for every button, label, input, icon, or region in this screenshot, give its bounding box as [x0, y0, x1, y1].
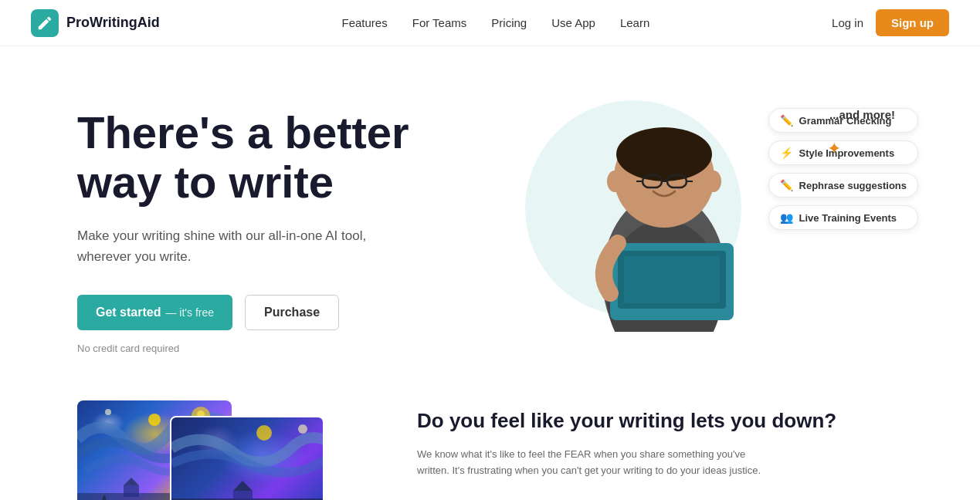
logo[interactable]: ProWritingAid	[31, 9, 160, 37]
nav-links: Features For Teams Pricing Use App Learn	[342, 16, 650, 29]
sparkle-icon: ✦	[827, 139, 841, 159]
section-title: Do you feel like your writing lets you d…	[417, 408, 903, 434]
svg-marker-20	[124, 478, 139, 485]
hero-subtitle: Make your writing shine with our all-in-…	[77, 225, 402, 267]
no-credit-text: No credit card required	[77, 343, 479, 354]
logo-text: ProWritingAid	[66, 15, 160, 31]
purchase-button[interactable]: Purchase	[245, 295, 339, 330]
nav-actions: Log in Sign up	[832, 9, 949, 36]
svg-point-16	[105, 409, 111, 415]
bottom-left-images: My idea in my head	[77, 400, 355, 500]
navbar: ProWritingAid Features For Teams Pricing…	[0, 0, 980, 46]
svg-point-3	[616, 127, 712, 181]
and-more-label: ...and more!	[829, 108, 895, 121]
grammar-icon: ✏️	[780, 114, 793, 127]
svg-rect-19	[124, 485, 139, 497]
svg-rect-24	[233, 491, 253, 500]
van-gogh-container: My idea in my head	[77, 400, 340, 500]
feature-badges: ...and more! ✏️ Grammar Checking ⚡ Style…	[768, 108, 918, 230]
badge-training: 👥 Live Training Events	[768, 205, 918, 230]
hero-buttons: Get started — it's free Purchase	[77, 295, 479, 330]
login-button[interactable]: Log in	[832, 16, 863, 29]
hero-svg-illustration	[510, 93, 803, 332]
hero-content: There's a better way to write Make your …	[77, 93, 479, 354]
svg-point-10	[706, 171, 721, 192]
signup-button[interactable]: Sign up	[876, 9, 949, 36]
svg-point-22	[298, 424, 307, 434]
nav-pricing[interactable]: Pricing	[491, 16, 527, 29]
nav-use-app[interactable]: Use App	[551, 16, 595, 29]
bottom-right-content: Do you feel like your writing lets you d…	[417, 400, 903, 478]
hero-title: There's a better way to write	[77, 108, 479, 207]
badge-style: ⚡ Style Improvements	[768, 140, 918, 165]
svg-point-14	[148, 414, 161, 426]
nav-learn[interactable]: Learn	[620, 16, 649, 29]
style-icon: ⚡	[780, 147, 793, 159]
bottom-section: My idea in my head Do you feel like your…	[0, 385, 980, 500]
rephrase-icon: ✏️	[780, 179, 793, 191]
logo-icon	[31, 9, 59, 37]
nav-features[interactable]: Features	[342, 16, 388, 29]
hero-illustration: ...and more! ✏️ Grammar Checking ⚡ Style…	[479, 85, 903, 332]
van-gogh-overlay	[170, 416, 324, 500]
svg-point-9	[607, 171, 622, 192]
svg-rect-13	[624, 256, 720, 303]
logo-svg	[36, 15, 53, 32]
training-icon: 👥	[780, 211, 793, 224]
nav-for-teams[interactable]: For Teams	[412, 16, 467, 29]
svg-point-21	[256, 425, 272, 441]
svg-marker-25	[233, 481, 253, 491]
badge-rephrase: ✏️ Rephrase suggestions	[768, 173, 918, 198]
get-started-button[interactable]: Get started — it's free	[77, 295, 232, 330]
section-body: We know what it's like to feel the FEAR …	[417, 447, 772, 479]
hero-section: There's a better way to write Make your …	[0, 46, 980, 385]
overlay-svg	[171, 417, 324, 500]
